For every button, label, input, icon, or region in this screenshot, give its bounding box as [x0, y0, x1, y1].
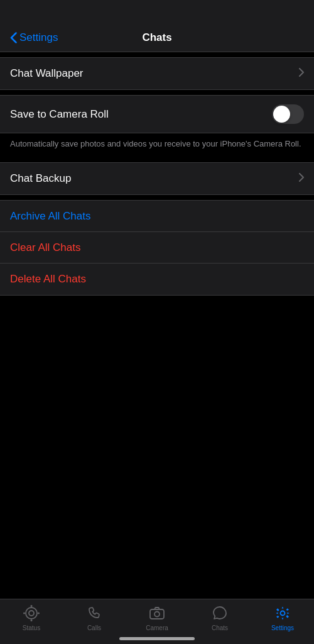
chat-backup-label: Chat Backup — [10, 172, 71, 185]
tab-calls-label: Calls — [87, 625, 101, 631]
archive-all-chats-row[interactable]: Archive All Chats — [0, 201, 314, 232]
tab-settings-label: Settings — [271, 625, 294, 631]
svg-point-4 — [23, 613, 25, 614]
chat-backup-row[interactable]: Chat Backup — [0, 163, 314, 194]
save-camera-roll-description: Automatically save photos and videos you… — [0, 133, 314, 157]
chat-wallpaper-section: Chat Wallpaper — [0, 57, 314, 90]
chat-wallpaper-group: Chat Wallpaper — [0, 57, 314, 90]
home-indicator — [119, 637, 195, 640]
tab-chats-label: Chats — [212, 625, 228, 631]
tab-chats[interactable]: Chats — [188, 604, 251, 631]
tab-settings[interactable]: Settings — [251, 604, 314, 631]
tab-camera-label: Camera — [146, 625, 168, 631]
calls-icon — [85, 604, 103, 622]
back-button[interactable]: Settings — [10, 31, 58, 44]
svg-point-8 — [281, 611, 285, 616]
camera-icon — [148, 604, 166, 622]
tab-status[interactable]: Status — [0, 604, 63, 631]
chat-backup-group: Chat Backup — [0, 162, 314, 195]
status-icon — [23, 604, 40, 622]
clear-all-chats-row[interactable]: Clear All Chats — [0, 232, 314, 264]
svg-point-7 — [154, 612, 160, 617]
page-header: Settings Chats — [0, 0, 314, 52]
save-camera-roll-group: Save to Camera Roll — [0, 95, 314, 133]
svg-point-5 — [38, 613, 40, 614]
settings-icon — [274, 604, 291, 622]
save-camera-roll-row[interactable]: Save to Camera Roll — [0, 96, 314, 133]
tab-calls[interactable]: Calls — [63, 604, 126, 631]
svg-point-0 — [26, 608, 37, 619]
delete-all-chats-row[interactable]: Delete All Chats — [0, 264, 314, 295]
tab-camera[interactable]: Camera — [126, 604, 188, 631]
tab-bar: Status Calls Camera Chats — [0, 599, 314, 644]
toggle-knob — [273, 106, 290, 123]
svg-rect-6 — [150, 609, 164, 619]
save-camera-roll-toggle[interactable] — [272, 104, 304, 124]
save-camera-roll-section: Save to Camera Roll Automatically save p… — [0, 95, 314, 157]
svg-point-3 — [31, 619, 33, 621]
chat-backup-section: Chat Backup — [0, 162, 314, 195]
clear-all-chats-label: Clear All Chats — [10, 242, 80, 254]
page-title: Chats — [142, 31, 171, 44]
back-chevron-icon — [10, 32, 17, 43]
tab-status-label: Status — [23, 625, 40, 631]
delete-all-chats-label: Delete All Chats — [10, 273, 86, 286]
chat-wallpaper-label: Chat Wallpaper — [10, 67, 84, 80]
chat-wallpaper-row[interactable]: Chat Wallpaper — [0, 58, 314, 89]
back-label: Settings — [19, 31, 58, 44]
svg-point-1 — [29, 611, 34, 616]
action-group: Archive All Chats Clear All Chats Delete… — [0, 200, 314, 296]
chat-wallpaper-chevron-icon — [299, 68, 304, 79]
save-camera-roll-label: Save to Camera Roll — [10, 108, 109, 121]
archive-all-chats-label: Archive All Chats — [10, 210, 91, 223]
svg-point-2 — [31, 605, 33, 607]
chats-icon — [211, 604, 229, 622]
chat-backup-chevron-icon — [299, 173, 304, 184]
